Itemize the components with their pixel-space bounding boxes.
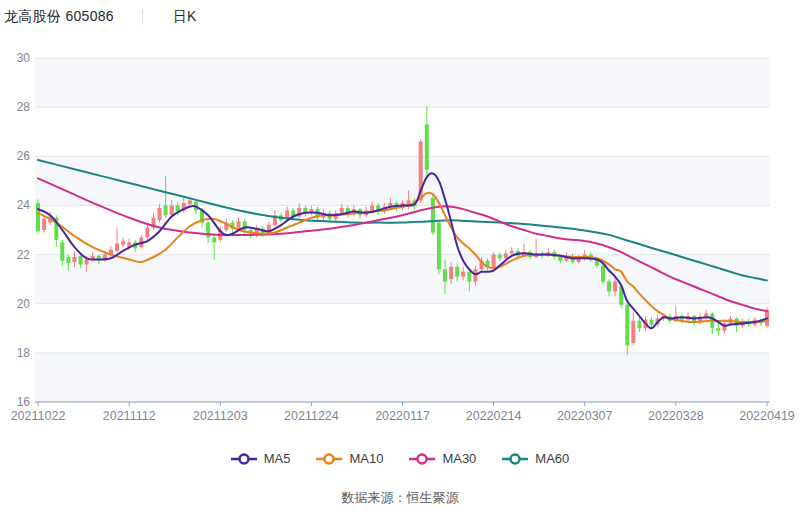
candle [60,242,64,260]
candle [443,269,447,281]
candle [73,257,77,262]
svg-text:20220307: 20220307 [557,409,613,423]
candle [66,257,70,263]
legend-label: MA10 [349,451,383,466]
legend-marker-ma10 [316,452,342,466]
svg-text:28: 28 [17,100,31,114]
candle [121,241,125,245]
candle [637,321,641,328]
gridlines [35,58,770,402]
candle [431,198,435,232]
candle [85,260,89,265]
candle [145,228,149,238]
candle [370,205,374,210]
candle [164,205,168,215]
svg-text:20220214: 20220214 [466,409,522,423]
legend-label: MA60 [535,451,569,466]
candle [504,253,508,258]
svg-text:20211203: 20211203 [193,409,248,423]
legend-label: MA5 [264,451,291,466]
svg-text:20220419: 20220419 [739,409,795,423]
candle [36,203,40,231]
svg-text:30: 30 [17,51,31,65]
y-axis-labels: 3028262422201816 [17,51,31,409]
svg-text:20211112: 20211112 [103,409,156,423]
svg-text:22: 22 [17,248,31,262]
stock-chart-page: 龙高股份 605086 日K 3028262422201816202110222… [0,0,800,517]
candle [188,201,192,205]
candle [716,328,720,331]
svg-text:18: 18 [17,346,31,360]
candle [42,219,46,230]
candle [158,208,162,220]
svg-text:24: 24 [17,198,31,212]
candle [650,320,654,325]
candle [558,257,562,261]
candle [607,282,611,292]
legend-marker-ma5 [231,452,257,466]
candle [625,305,629,346]
candles-layer [36,106,769,355]
candle [601,266,605,282]
candle [455,267,459,277]
candle [461,272,465,277]
legend-marker-ma60 [502,452,528,466]
candle [425,124,429,170]
kline-chart-svg[interactable]: 3028262422201816202110222021111220211203… [0,0,800,435]
legend-item-ma30[interactable]: MA30 [409,451,476,466]
candle [449,267,453,279]
candle [492,255,496,267]
candle [437,223,441,270]
plot-bands [35,58,770,402]
svg-text:20220328: 20220328 [648,409,704,423]
candle [79,256,83,265]
x-axis: 2021102220211112202112032021122420220117… [11,402,795,423]
kline-chart[interactable]: 3028262422201816202110222021111220211203… [0,0,800,435]
legend-item-ma60[interactable]: MA60 [502,451,569,466]
legend-item-ma10[interactable]: MA10 [316,451,383,466]
candle [473,269,477,281]
candle [498,255,502,259]
candle [170,205,174,215]
candle [237,221,241,228]
svg-text:20: 20 [17,297,31,311]
svg-text:20220117: 20220117 [375,409,430,423]
chart-legend: MA5MA10MA30MA60 [0,451,800,466]
data-source-text: 数据来源：恒生聚源 [0,489,800,507]
candle [510,251,514,254]
legend-item-ma5[interactable]: MA5 [231,451,291,466]
svg-text:26: 26 [17,149,31,163]
legend-label: MA30 [442,451,476,466]
svg-text:20211224: 20211224 [284,409,339,423]
svg-text:20211022: 20211022 [11,409,66,423]
candle [613,282,617,292]
candle [212,237,216,242]
legend-marker-ma30 [409,452,435,466]
svg-text:16: 16 [17,395,31,409]
candle [467,272,471,282]
candle [631,321,635,343]
candle [340,208,344,213]
candle [115,244,119,251]
